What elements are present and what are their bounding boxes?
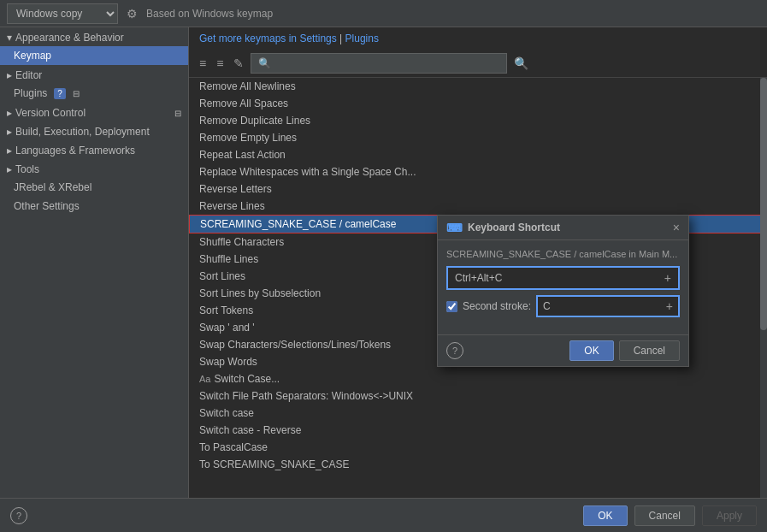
arrow-icon: ▸ bbox=[7, 163, 12, 175]
modal-footer: ? OK Cancel bbox=[438, 334, 688, 366]
sidebar-item-languages[interactable]: ▸ Languages & Frameworks bbox=[0, 140, 188, 159]
modal-close-button[interactable]: × bbox=[673, 221, 680, 234]
plugins-badge: ? bbox=[54, 88, 66, 99]
sidebar-item-label: Plugins bbox=[14, 87, 47, 99]
help-button[interactable]: ? bbox=[10, 507, 27, 524]
modal-body: SCREAMING_SNAKE_CASE / camelCase in Main… bbox=[438, 240, 688, 334]
keymap-links: Get more keymaps in Settings | Plugins bbox=[189, 27, 767, 50]
search-input[interactable] bbox=[251, 53, 507, 74]
sidebar-item-label: Tools bbox=[15, 163, 39, 175]
arrow-icon: ▸ bbox=[7, 107, 12, 119]
toolbar-btn-3[interactable]: ✎ bbox=[230, 55, 247, 72]
sidebar-item-label: Version Control bbox=[15, 107, 86, 119]
search-icon-button[interactable]: 🔍 bbox=[510, 55, 532, 72]
switch-case-icon: Aa bbox=[199, 374, 210, 384]
top-bar: Windows copy ⚙ Based on Windows keymap bbox=[0, 0, 767, 27]
list-item[interactable]: Remove All Newlines bbox=[189, 78, 767, 95]
gear-icon: ⚙ bbox=[127, 7, 138, 21]
arrow-icon: ▾ bbox=[7, 32, 12, 44]
list-item[interactable]: Repeat Last Action bbox=[189, 146, 767, 163]
keymap-toolbar: ≡ ≡ ✎ 🔍 bbox=[189, 50, 767, 78]
list-item[interactable]: Remove Duplicate Lines bbox=[189, 112, 767, 129]
keyboard-shortcut-dialog: ⌨ Keyboard Shortcut × SCREAMING_SNAKE_CA… bbox=[437, 215, 689, 367]
sidebar-item-appearance[interactable]: ▾ Appearance & Behavior bbox=[0, 27, 188, 46]
cancel-button[interactable]: Cancel bbox=[634, 505, 695, 526]
list-item[interactable]: Remove Empty Lines bbox=[189, 129, 767, 146]
right-content: Get more keymaps in Settings | Plugins ≡… bbox=[189, 27, 767, 498]
ok-button[interactable]: OK bbox=[583, 505, 627, 526]
scrollbar-track[interactable] bbox=[760, 78, 767, 498]
keymap-select[interactable]: Windows copy bbox=[7, 3, 118, 24]
modal-header: ⌨ Keyboard Shortcut × bbox=[438, 216, 688, 240]
sidebar-item-label: Editor bbox=[15, 69, 42, 81]
sidebar-item-label: Languages & Frameworks bbox=[15, 145, 135, 157]
toolbar-btn-2[interactable]: ≡ bbox=[213, 55, 227, 72]
sidebar-item-label: JRebel & XRebel bbox=[14, 181, 91, 193]
sidebar-item-jrebel[interactable]: JRebel & XRebel bbox=[0, 178, 188, 197]
modal-action-label: SCREAMING_SNAKE_CASE / camelCase in Main… bbox=[446, 249, 680, 259]
gear-icon-button[interactable]: ⚙ bbox=[125, 5, 139, 22]
first-stroke-value: Ctrl+Alt+C bbox=[455, 272, 664, 284]
sidebar-item-tools[interactable]: ▸ Tools bbox=[0, 159, 188, 178]
list-item[interactable]: Switch case bbox=[189, 405, 767, 422]
sidebar-item-editor[interactable]: ▸ Editor bbox=[0, 65, 188, 84]
second-stroke-row: Second stroke: C + bbox=[446, 295, 680, 317]
list-item[interactable]: Reverse Letters bbox=[189, 180, 767, 198]
second-stroke-input-box: C + bbox=[536, 295, 680, 317]
list-item[interactable]: To PascalCase bbox=[189, 439, 767, 456]
list-item[interactable]: To SCREAMING_SNAKE_CASE bbox=[189, 456, 767, 473]
version-control-icon: ⊟ bbox=[174, 109, 181, 118]
arrow-icon: ▸ bbox=[7, 145, 12, 157]
sidebar-item-build-exec[interactable]: ▸ Build, Execution, Deployment bbox=[0, 121, 188, 140]
list-item[interactable]: Switch case - Reverse bbox=[189, 422, 767, 439]
sidebar-item-label: Other Settings bbox=[14, 200, 80, 212]
based-on-label: Based on Windows keymap bbox=[146, 8, 273, 20]
list-item[interactable]: Remove All Spaces bbox=[189, 95, 767, 112]
list-item[interactable]: Aa Switch Case... bbox=[189, 370, 767, 387]
list-item[interactable]: Replace Whitespaces with a Single Space … bbox=[189, 163, 767, 180]
modal-action-suffix: in Main M... bbox=[628, 249, 677, 259]
sidebar-item-plugins[interactable]: Plugins ? ⊟ bbox=[0, 84, 188, 103]
second-stroke-label: Second stroke: bbox=[463, 300, 531, 312]
arrow-icon: ▸ bbox=[7, 69, 12, 81]
sidebar-item-label: Appearance & Behavior bbox=[15, 32, 124, 44]
arrow-icon: ▸ bbox=[7, 126, 12, 138]
sidebar-item-version-control[interactable]: ▸ Version Control ⊟ bbox=[0, 103, 188, 121]
second-stroke-add-button[interactable]: + bbox=[666, 299, 673, 313]
modal-help-button[interactable]: ? bbox=[446, 342, 463, 359]
scrollbar-thumb[interactable] bbox=[760, 78, 767, 330]
second-stroke-value: C bbox=[543, 300, 666, 312]
toolbar-btn-1[interactable]: ≡ bbox=[196, 55, 209, 72]
second-stroke-checkbox[interactable] bbox=[446, 301, 457, 312]
modal-cancel-button[interactable]: Cancel bbox=[619, 340, 680, 361]
sidebar-item-label: Keymap bbox=[14, 50, 51, 62]
first-stroke-add-button[interactable]: + bbox=[664, 271, 671, 285]
apply-button[interactable]: Apply bbox=[702, 505, 757, 526]
bottom-bar: ? OK Cancel Apply bbox=[0, 498, 767, 532]
modal-title: ⌨ Keyboard Shortcut bbox=[446, 222, 560, 234]
modal-ok-button[interactable]: OK bbox=[569, 340, 613, 361]
list-item[interactable]: Reverse Lines bbox=[189, 198, 767, 215]
first-stroke-row: Ctrl+Alt+C + bbox=[446, 266, 680, 290]
sidebar-item-keymap[interactable]: Keymap bbox=[0, 46, 188, 65]
sidebar-item-other[interactable]: Other Settings bbox=[0, 197, 188, 216]
plugins-link[interactable]: Plugins bbox=[345, 33, 379, 44]
sidebar-item-label: Build, Execution, Deployment bbox=[15, 126, 150, 138]
get-more-keymaps-link[interactable]: Get more keymaps in Settings bbox=[199, 33, 337, 44]
keyboard-icon: ⌨ bbox=[446, 222, 463, 234]
keymap-list: Remove All Newlines Remove All Spaces Re… bbox=[189, 78, 767, 498]
main-layout: ▾ Appearance & Behavior Keymap ▸ Editor … bbox=[0, 27, 767, 498]
modal-title-text: Keyboard Shortcut bbox=[468, 222, 560, 233]
list-item[interactable]: Switch File Path Separators: Windows<->U… bbox=[189, 387, 767, 405]
sidebar: ▾ Appearance & Behavior Keymap ▸ Editor … bbox=[0, 27, 189, 498]
plugins-icon: ⊟ bbox=[73, 89, 80, 98]
